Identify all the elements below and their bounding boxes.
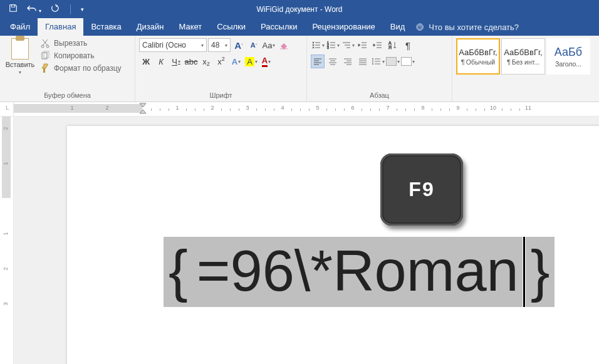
pilcrow-label: ¶ — [405, 40, 410, 51]
svg-point-8 — [313, 42, 314, 43]
f9-key-overlay: F9 — [380, 153, 463, 226]
ruler-corner[interactable]: └ — [0, 102, 14, 116]
field-brace-close: } — [526, 237, 555, 307]
numbering-button[interactable]: 123▾ — [326, 38, 340, 52]
svg-marker-16 — [140, 103, 146, 107]
field-code-text: =96\*Roman — [197, 239, 519, 303]
sort-button[interactable]: AЯ — [386, 38, 400, 52]
tab-references[interactable]: Ссылки — [209, 18, 253, 36]
highlight-button[interactable]: A▾ — [244, 55, 258, 68]
strike-label: abc — [185, 57, 198, 66]
horizontal-ruler[interactable]: └ 211234567891011 — [0, 102, 599, 117]
bold-label: Ж — [142, 57, 150, 66]
indent-dec-button[interactable] — [356, 38, 370, 52]
svg-rect-7 — [43, 68, 45, 73]
grow-font-button[interactable]: Aˆ — [232, 38, 246, 52]
tell-me-label: Что вы хотите сделать? — [429, 23, 519, 32]
format-painter-button[interactable]: Формат по образцу — [40, 63, 122, 73]
cut-button[interactable]: Вырезать — [40, 38, 122, 48]
undo-icon[interactable]: ▾ — [26, 4, 41, 14]
document-area: 21123 F9 { =96\*Roman } — [0, 117, 599, 364]
svg-text:A: A — [388, 41, 392, 45]
style-nospace-label: Без инт... — [512, 58, 539, 66]
tab-view[interactable]: Вид — [383, 18, 413, 36]
indent-inc-button[interactable] — [371, 38, 385, 52]
align-right-button[interactable] — [341, 55, 355, 68]
group-paragraph: ▾ 123▾ ▾ AЯ ¶ ▾ ▾ ▾ Абзац — [307, 36, 452, 101]
paste-label: Вставить — [6, 61, 35, 68]
shading-button[interactable]: ▾ — [386, 55, 400, 68]
ribbon-tabs: Файл Главная Вставка Дизайн Макет Ссылки… — [0, 18, 599, 36]
strike-button[interactable]: abc — [184, 55, 198, 68]
tab-home[interactable]: Главная — [38, 18, 83, 36]
ruler-corner-glyph: └ — [4, 106, 9, 113]
borders-button[interactable]: ▾ — [401, 55, 415, 68]
group-paragraph-label: Абзац — [311, 90, 448, 101]
style-normal-label: Обычный — [466, 58, 495, 66]
qat-customize-icon[interactable]: ▾ — [81, 6, 84, 13]
tell-me-search[interactable]: Что вы хотите сделать? — [416, 23, 519, 36]
vertical-ruler[interactable]: 21123 — [0, 117, 14, 364]
shrink-font-button[interactable]: Aˇ — [247, 38, 261, 52]
underline-label: Ч — [172, 57, 177, 66]
page[interactable]: F9 { =96\*Roman } — [67, 126, 599, 364]
font-name-value: Calibri (Осно — [142, 41, 186, 49]
multilevel-button[interactable]: ▾ — [341, 38, 355, 52]
cut-label: Вырезать — [54, 39, 87, 48]
change-case-button[interactable]: Aa▾ — [262, 38, 276, 52]
group-font-label: Шрифт — [139, 90, 303, 101]
align-left-button[interactable] — [311, 55, 325, 68]
group-clipboard: Вставить ▾ Вырезать Копировать Формат по… — [0, 36, 135, 101]
text-cursor — [523, 237, 525, 307]
copy-label: Копировать — [54, 51, 95, 60]
superscript-button[interactable]: x2 — [214, 55, 228, 68]
ribbon: Вставить ▾ Вырезать Копировать Формат по… — [0, 36, 599, 102]
paste-button[interactable]: Вставить ▾ — [4, 38, 36, 75]
italic-button[interactable]: К — [154, 55, 168, 68]
style-heading1[interactable]: АаБб Заголо... — [546, 38, 590, 75]
styles-gallery[interactable]: АаБбВвГг, ¶Обычный АаБбВвГг, ¶Без инт...… — [456, 38, 590, 75]
align-justify-button[interactable] — [356, 55, 370, 68]
bold-button[interactable]: Ж — [139, 55, 153, 68]
redo-icon[interactable] — [50, 4, 60, 14]
font-color-button[interactable]: A▾ — [259, 55, 273, 68]
align-center-button[interactable] — [326, 55, 340, 68]
font-size-value: 48 — [211, 41, 219, 49]
clear-format-button[interactable] — [277, 38, 291, 52]
subscript-button[interactable]: x2 — [199, 55, 213, 68]
font-color-label: A — [262, 56, 268, 67]
style-h1-label: Заголо... — [555, 60, 581, 68]
tab-layout[interactable]: Макет — [171, 18, 209, 36]
style-normal-sample: АаБбВвГг, — [459, 48, 497, 57]
quick-access-toolbar: ▾ ▾ — [0, 4, 84, 14]
window-title: WiFiGid документ - Word — [256, 5, 342, 14]
group-styles: АаБбВвГг, ¶Обычный АаБбВвГг, ¶Без инт...… — [452, 36, 599, 101]
copy-button[interactable]: Копировать — [40, 51, 122, 61]
svg-marker-17 — [140, 110, 146, 113]
bullets-button[interactable]: ▾ — [311, 38, 325, 52]
tab-mailings[interactable]: Рассылки — [253, 18, 305, 36]
font-size-combo[interactable]: 48▾ — [208, 38, 231, 52]
style-normal[interactable]: АаБбВвГг, ¶Обычный — [456, 38, 500, 75]
font-name-combo[interactable]: Calibri (Осно▾ — [139, 38, 207, 52]
italic-label: К — [159, 57, 164, 66]
title-bar: ▾ ▾ WiFiGid документ - Word — [0, 0, 599, 18]
underline-button[interactable]: Ч▾ — [169, 55, 183, 68]
line-spacing-button[interactable]: ▾ — [371, 55, 385, 68]
style-nospace-sample: АаБбВвГг, — [504, 48, 542, 57]
style-h1-sample: АаБб — [555, 46, 582, 59]
svg-text:3: 3 — [327, 46, 329, 49]
tab-insert[interactable]: Вставка — [83, 18, 128, 36]
field-code[interactable]: { =96\*Roman } — [164, 237, 555, 307]
field-brace-open: { — [164, 237, 193, 307]
tab-design[interactable]: Дизайн — [129, 18, 172, 36]
save-icon[interactable] — [9, 4, 18, 14]
highlight-label: A — [245, 57, 254, 66]
show-marks-button[interactable]: ¶ — [401, 38, 415, 52]
group-clipboard-label: Буфер обмена — [4, 90, 131, 101]
style-nospace[interactable]: АаБбВвГг, ¶Без инт... — [501, 38, 545, 75]
tab-review[interactable]: Рецензирование — [305, 18, 382, 36]
text-effects-button[interactable]: A▾ — [229, 55, 243, 68]
group-font: Calibri (Осно▾ 48▾ Aˆ Aˇ Aa▾ Ж К Ч▾ abc … — [135, 36, 307, 101]
tab-file[interactable]: Файл — [3, 18, 38, 36]
